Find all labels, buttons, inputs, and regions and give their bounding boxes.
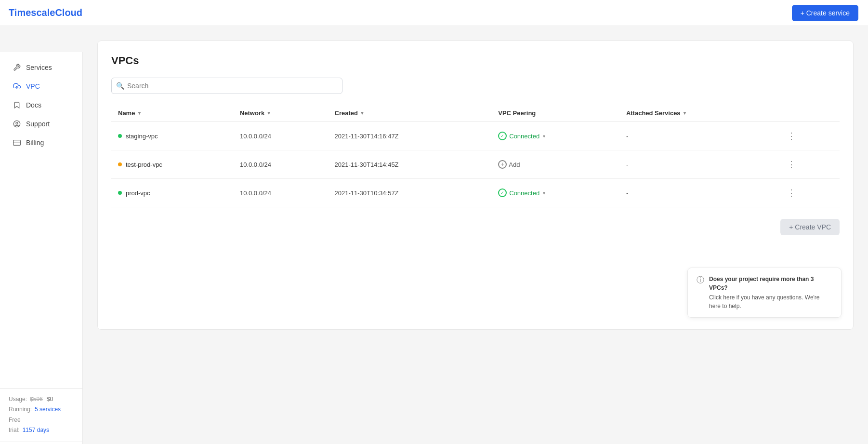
sidebar-item-support[interactable]: Support	[4, 115, 79, 133]
layout: Services VPC Docs Support	[0, 0, 868, 444]
table-row: staging-vpc10.0.0.0/242021-11-30T14:16:4…	[111, 122, 840, 150]
free-trial-label2: trial:	[9, 425, 20, 436]
add-circle-icon: +	[498, 160, 507, 169]
vpc-name[interactable]: staging-vpc	[126, 133, 158, 140]
more-options-button[interactable]: ⋮	[783, 129, 800, 143]
cell-created-2: 2021-11-30T10:34:57Z	[328, 179, 492, 207]
cell-services-2: -	[619, 179, 776, 207]
cell-peering-0[interactable]: ✓Connected▾	[491, 122, 619, 150]
sidebar-stats: Usage: $596 $0 Running: 5 services Free …	[0, 388, 82, 442]
cell-created-1: 2021-11-30T14:14:45Z	[328, 150, 492, 179]
chevron-down-icon: ▾	[543, 134, 545, 139]
connected-label: Connected	[509, 189, 539, 197]
create-service-button[interactable]: + Create service	[792, 5, 858, 21]
col-attached-services[interactable]: Attached Services ▼	[619, 105, 776, 122]
sidebar-item-services[interactable]: Services	[4, 58, 79, 77]
sort-created-icon: ▼	[360, 110, 365, 116]
sort-network-icon: ▼	[266, 110, 271, 116]
help-text: Does your project require more than 3 VP…	[709, 275, 832, 310]
sidebar-vpc-label: VPC	[26, 82, 40, 90]
user-profile[interactable]: Attila Toth ›	[0, 442, 82, 444]
cell-network-0: 10.0.0.0/24	[233, 122, 328, 150]
table-body: staging-vpc10.0.0.0/242021-11-30T14:16:4…	[111, 122, 840, 207]
cell-network-2: 10.0.0.0/24	[233, 179, 328, 207]
vpc-name[interactable]: prod-vpc	[126, 189, 150, 197]
cell-name-1: test-prod-vpc	[111, 150, 233, 179]
usage-label: Usage:	[9, 394, 27, 405]
search-input[interactable]	[111, 78, 342, 94]
bookmark-icon	[13, 101, 21, 109]
connected-badge[interactable]: ✓Connected▾	[498, 132, 545, 140]
support-icon	[13, 120, 21, 128]
add-peering-button[interactable]: +Add	[498, 160, 520, 169]
usage-current: $0	[47, 394, 53, 405]
cell-more-2[interactable]: ⋮	[776, 179, 840, 207]
header-logo: TimescaleCloud	[0, 7, 83, 18]
cell-peering-1[interactable]: +Add	[491, 150, 619, 179]
connected-badge[interactable]: ✓Connected▾	[498, 188, 545, 197]
connected-label: Connected	[509, 133, 539, 140]
sidebar-support-label: Support	[26, 120, 50, 128]
vpc-name[interactable]: test-prod-vpc	[126, 161, 162, 168]
sidebar-docs-label: Docs	[26, 101, 41, 109]
help-description: Click here if you have any questions. We…	[709, 294, 820, 309]
add-label: Add	[509, 161, 520, 168]
help-banner[interactable]: ⓘ Does your project require more than 3 …	[687, 268, 842, 318]
cell-created-0: 2021-11-30T14:16:47Z	[328, 122, 492, 150]
col-name[interactable]: Name ▼	[111, 105, 233, 122]
free-trial-label: Free	[9, 415, 21, 426]
cell-more-0[interactable]: ⋮	[776, 122, 840, 150]
cell-more-1[interactable]: ⋮	[776, 150, 840, 179]
bottom-actions: + Create VPC	[111, 219, 840, 235]
col-network[interactable]: Network ▼	[233, 105, 328, 122]
usage-original: $596	[30, 394, 43, 405]
col-vpc-peering: VPC Peering	[491, 105, 619, 122]
cell-services-1: -	[619, 150, 776, 179]
col-actions	[776, 105, 840, 122]
connected-circle-icon: ✓	[498, 188, 507, 197]
nav-section: Services VPC Docs Support	[0, 52, 82, 158]
table-header: Name ▼ Network ▼ Created	[111, 105, 840, 122]
cell-peering-2[interactable]: ✓Connected▾	[491, 179, 619, 207]
chevron-down-icon: ▾	[543, 190, 545, 196]
sort-services-icon: ▼	[683, 110, 687, 116]
cell-name-0: staging-vpc	[111, 122, 233, 150]
cell-network-1: 10.0.0.0/24	[233, 150, 328, 179]
cell-services-0: -	[619, 122, 776, 150]
brand-name-part2: Cloud	[55, 7, 82, 18]
page-title: VPCs	[111, 54, 840, 67]
vpc-table: Name ▼ Network ▼ Created	[111, 105, 840, 207]
sidebar-item-docs[interactable]: Docs	[4, 96, 79, 114]
brand-name-part1: Timescale	[9, 7, 55, 18]
sidebar-item-billing[interactable]: Billing	[4, 134, 79, 152]
running-services-link[interactable]: 5 services	[35, 404, 61, 415]
sidebar-item-vpc[interactable]: VPC	[4, 77, 79, 95]
sort-name-icon: ▼	[137, 110, 142, 116]
cloud-icon	[13, 82, 21, 91]
search-wrapper: 🔍	[111, 78, 342, 94]
sidebar-billing-label: Billing	[26, 139, 44, 147]
credit-card-icon	[13, 138, 21, 147]
connected-circle-icon: ✓	[498, 132, 507, 140]
svg-point-2	[16, 122, 18, 124]
search-icon: 🔍	[116, 82, 124, 90]
free-trial-days-link[interactable]: 1157 days	[23, 425, 49, 436]
sidebar-services-label: Services	[26, 64, 52, 71]
main-content: VPCs 🔍 Name ▼	[83, 26, 868, 444]
sidebar: Services VPC Docs Support	[0, 52, 83, 444]
page-card: VPCs 🔍 Name ▼	[97, 40, 854, 330]
status-dot	[118, 191, 122, 195]
running-label: Running:	[9, 404, 32, 415]
col-created[interactable]: Created ▼	[328, 105, 492, 122]
more-options-button[interactable]: ⋮	[783, 157, 800, 172]
create-vpc-button[interactable]: + Create VPC	[780, 219, 840, 235]
cell-name-2: prod-vpc	[111, 179, 233, 207]
help-icon: ⓘ	[697, 275, 704, 285]
help-question: Does your project require more than 3 VP…	[709, 275, 832, 292]
table-row: prod-vpc10.0.0.0/242021-11-30T10:34:57Z✓…	[111, 179, 840, 207]
wrench-icon	[13, 63, 21, 72]
more-options-button[interactable]: ⋮	[783, 186, 800, 200]
header: TimescaleCloud + Create service	[0, 0, 868, 26]
status-dot	[118, 134, 122, 138]
status-dot	[118, 162, 122, 166]
